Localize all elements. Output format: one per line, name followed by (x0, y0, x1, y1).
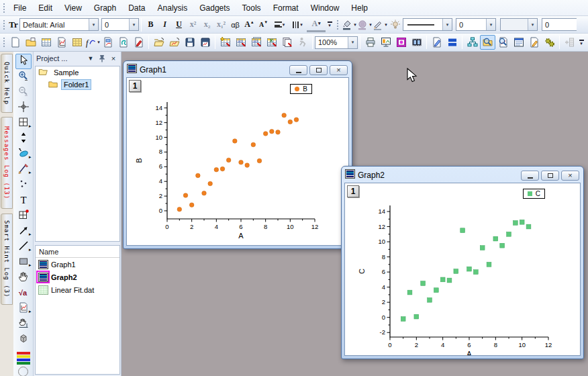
scale-tool-tool-button[interactable] (15, 316, 32, 332)
open-button[interactable] (151, 35, 166, 50)
video-player-button[interactable] (393, 35, 409, 50)
dropdown-arrow-icon[interactable]: ▾ (348, 37, 357, 48)
code-builder-button[interactable] (542, 35, 557, 50)
insert-graph-tool-button[interactable]: ▸ (15, 301, 32, 316)
minimize-button[interactable] (521, 171, 539, 181)
data-reader-tool-button[interactable] (15, 131, 32, 146)
project-folders-button[interactable] (464, 35, 480, 50)
new-notes-button[interactable] (115, 35, 131, 50)
pointer-tool-button[interactable] (15, 54, 32, 69)
screen-reader-tool-button[interactable] (15, 100, 32, 115)
save-template-button[interactable] (197, 35, 213, 50)
pattern-button[interactable]: ▾ (356, 17, 372, 32)
text-tool-tool-button[interactable]: T (15, 193, 32, 208)
tree-item-sample[interactable]: Sample (36, 66, 119, 79)
file-item-linear-fit-dat[interactable]: Linear Fit.dat (36, 283, 119, 296)
import-excel-button[interactable]: X (264, 35, 279, 50)
refresh-button[interactable] (295, 35, 310, 50)
font-size-combo[interactable]: 0 ▾ (101, 18, 139, 31)
menu-file[interactable]: File (7, 1, 32, 15)
project-explorer-button[interactable] (480, 35, 495, 50)
menu-analysis[interactable]: Analysis (152, 1, 194, 15)
add-columns-button[interactable] (562, 35, 577, 50)
decrease-font-button[interactable]: A▼ (256, 17, 271, 32)
align-button[interactable]: ▾ (271, 17, 289, 32)
legend[interactable]: C (523, 189, 545, 199)
side-tab-smart-hint-log-3-[interactable]: Smart Hint Log (3) (1, 214, 13, 305)
script-window-button[interactable] (511, 35, 526, 50)
import-ascii-button[interactable]: 123 (233, 35, 248, 50)
zoom-out-tool-button[interactable] (15, 85, 32, 100)
menu-edit[interactable]: Edit (32, 1, 58, 15)
menu-window[interactable]: Window (305, 1, 346, 15)
dropdown-arrow-icon[interactable]: ▾ (486, 19, 495, 30)
new-graph-button[interactable] (54, 35, 69, 50)
increase-font-button[interactable]: A▲ (242, 17, 256, 32)
quad-region-tool-button[interactable]: ▸ (15, 115, 32, 131)
menu-view[interactable]: View (58, 1, 88, 15)
import-wizard-button[interactable] (217, 35, 233, 50)
color-palette[interactable] (17, 352, 30, 365)
menu-tools[interactable]: Tools (236, 1, 267, 15)
edit-page-button[interactable] (429, 35, 444, 50)
open-template-button[interactable] (166, 35, 182, 50)
pin-button[interactable] (97, 54, 107, 63)
format-toolbar-grip[interactable] (2, 19, 5, 31)
new-matrix-button[interactable] (69, 35, 85, 50)
graph-window[interactable]: Graph2 × 1 024681012-202468101214AC C (341, 166, 584, 359)
zoom-combo[interactable]: 100%▾ (315, 36, 358, 49)
style-toolbar-grip[interactable] (336, 19, 339, 31)
font-combo[interactable]: Default: Arial ▾ (19, 18, 99, 31)
palette-color-bar[interactable] (17, 362, 30, 365)
save-button[interactable] (182, 35, 197, 50)
restore-button[interactable] (309, 65, 328, 75)
rectangle-tool-tool-button[interactable]: ▸ (15, 254, 32, 270)
mask-pencil-tool-button[interactable]: ▸ (15, 162, 32, 177)
file-item-graph2[interactable]: Graph2 (36, 271, 119, 283)
batch-import-button[interactable] (279, 35, 295, 50)
menu-graph[interactable]: Graph (88, 1, 122, 15)
slide-show-button[interactable] (378, 35, 393, 50)
panel-close-button[interactable]: × (109, 54, 118, 63)
dropdown-arrow-icon[interactable]: ▾ (442, 19, 452, 30)
legend[interactable]: B (290, 84, 312, 94)
pan-tool-tool-button[interactable] (15, 270, 32, 285)
panel-menu-button[interactable]: ▼ (86, 54, 95, 63)
line-width-combo[interactable]: 0 ▾ (456, 18, 496, 31)
graph-window[interactable]: Graph1 × 1 02468101202468101214AB B (123, 60, 352, 249)
line-color-button[interactable]: ▾ (372, 17, 387, 32)
border-width-combo[interactable]: 0 (542, 18, 577, 31)
command-window-button[interactable] (526, 35, 542, 50)
close-button[interactable]: × (561, 171, 579, 181)
palette-color-bar[interactable] (17, 352, 30, 355)
new-report-button[interactable] (131, 35, 146, 50)
object-3d-tool-button[interactable] (15, 332, 32, 347)
new-workbook-button[interactable] (38, 35, 54, 50)
menu-data[interactable]: Data (122, 1, 151, 15)
minimize-button[interactable] (289, 65, 307, 75)
rect-annotation-tool-button[interactable] (15, 208, 32, 224)
file-item-graph1[interactable]: Graph1 (36, 258, 119, 271)
zoom-in-tool-button[interactable] (15, 69, 32, 85)
italic-button[interactable]: I (158, 17, 172, 32)
pattern-combo[interactable]: ▾ (500, 18, 538, 31)
distribute-button[interactable]: ▾ (289, 17, 307, 32)
side-tab-messages-log-13-[interactable]: Messages Log (13) (1, 117, 13, 209)
menu-format[interactable]: Format (267, 1, 305, 15)
results-log-button[interactable] (495, 35, 511, 50)
side-tab-quick-help[interactable]: Quick Help (1, 54, 13, 113)
dropdown-arrow-icon[interactable]: ▾ (89, 19, 98, 30)
new-layout-button[interactable] (100, 35, 115, 50)
equation-tool-tool-button[interactable]: √a (15, 285, 32, 301)
new-folder-button[interactable] (23, 35, 38, 50)
import-multi-button[interactable]: 123 (248, 35, 264, 50)
menu-gadgets[interactable]: Gadgets (193, 1, 236, 15)
fill-color-button[interactable]: ▾ (341, 17, 356, 32)
subsuperscript-button[interactable]: x₁² (214, 17, 228, 32)
palette-color-bar[interactable] (17, 359, 30, 361)
cluster-gadget-tool-button[interactable] (15, 177, 32, 193)
bold-button[interactable]: B (144, 17, 158, 32)
palette-color-bar[interactable] (17, 355, 30, 358)
subscript-button[interactable]: x₂ (200, 17, 214, 32)
layer-badge[interactable]: 1 (129, 80, 141, 92)
